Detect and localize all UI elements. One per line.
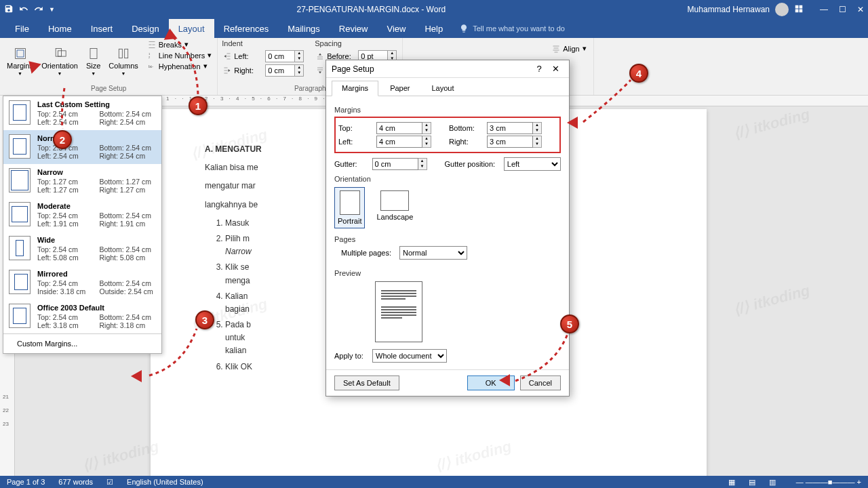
svg-text:2: 2 — [149, 56, 151, 59]
custom-margins-item[interactable]: Custom Margins... — [3, 333, 161, 353]
margin-top-input[interactable] — [376, 122, 422, 134]
tab-mailings[interactable]: Mailings — [278, 19, 330, 38]
line-numbers-button[interactable]: 12Line Numbers ▾ — [146, 50, 213, 60]
margin-icon — [9, 202, 31, 226]
close-button[interactable]: ✕ — [857, 5, 864, 14]
svg-rect-3 — [119, 49, 122, 58]
annotation-5: 5 — [560, 314, 579, 333]
user-name[interactable]: Muhammad Hernawan — [688, 5, 770, 14]
status-bar: Page 1 of 3 677 words ☑ English (United … — [0, 476, 868, 488]
margin-bottom-input[interactable] — [487, 122, 533, 134]
margin-icon — [9, 304, 31, 328]
svg-rect-4 — [125, 49, 128, 58]
window-title: 27-PENGATURAN-MARGIN.docx - Word — [55, 5, 688, 14]
margin-right-input[interactable] — [487, 136, 533, 148]
view-web-icon[interactable]: ▥ — [769, 478, 776, 487]
margin-left-input[interactable] — [376, 136, 422, 148]
apply-to-select[interactable]: Whole document — [372, 349, 447, 363]
gutter-input[interactable] — [372, 158, 418, 170]
status-page[interactable]: Page 1 of 3 — [7, 478, 45, 486]
maximize-button[interactable]: ☐ — [839, 5, 846, 14]
view-print-icon[interactable]: ▤ — [749, 478, 755, 487]
margin-preset-mirrored[interactable]: MirroredTop: 2.54 cmBottom: 2.54 cmInsid… — [3, 266, 161, 300]
dialog-tab-paper[interactable]: Paper — [380, 81, 420, 96]
orientation-button[interactable]: Orientation▼ — [39, 39, 81, 83]
redo-icon[interactable] — [34, 4, 43, 15]
gutter-position-select[interactable]: Left — [504, 157, 561, 171]
ribbon-tabs: File Home Insert Design Layout Reference… — [0, 19, 868, 38]
size-button[interactable]: Size▼ — [83, 39, 103, 83]
svg-text:bc-: bc- — [149, 64, 153, 68]
margin-inputs-highlight: Top: ▲▼ Bottom: ▲▼ Left: ▲▼ Right: ▲▼ — [334, 117, 561, 153]
hyphenation-button[interactable]: bc-Hyphenation ▾ — [146, 61, 213, 71]
tab-view[interactable]: View — [377, 19, 415, 38]
multiple-pages-select[interactable]: Normal — [399, 246, 467, 260]
svg-rect-1 — [58, 51, 66, 56]
set-default-button[interactable]: Set As Default — [334, 375, 399, 390]
align-button[interactable]: Align ▾ — [551, 43, 587, 54]
group-page-setup: Page Setup — [4, 83, 213, 94]
dialog-tab-margins[interactable]: Margins — [332, 81, 378, 96]
tab-references[interactable]: References — [214, 19, 278, 38]
tab-home[interactable]: Home — [39, 19, 81, 38]
orientation-landscape[interactable]: Landscape — [373, 187, 416, 228]
proofing-icon[interactable]: ☑ — [106, 478, 113, 487]
orientation-portrait[interactable]: Portrait — [334, 187, 365, 228]
annotation-4: 4 — [629, 64, 648, 83]
margin-preset-moderate[interactable]: ModerateTop: 2.54 cmBottom: 2.54 cmLeft:… — [3, 198, 161, 232]
user-avatar[interactable] — [775, 3, 789, 16]
svg-rect-0 — [56, 49, 61, 57]
zoom-slider[interactable]: — ———■——— + — [796, 478, 861, 486]
margin-preset-normal[interactable]: NormalTop: 2.54 cmBottom: 2.54 cmLeft: 2… — [3, 130, 161, 164]
svg-text:1: 1 — [149, 52, 151, 56]
margin-preset-narrow[interactable]: NarrowTop: 1.27 cmBottom: 1.27 cmLeft: 1… — [3, 164, 161, 198]
preview-thumbnail — [375, 281, 422, 342]
margin-icon — [9, 236, 31, 260]
tell-me-search[interactable]: Tell me what you want to do — [459, 19, 565, 38]
svg-rect-2 — [90, 49, 97, 59]
qat-customize-icon[interactable]: ▼ — [49, 6, 55, 13]
margin-icon — [9, 168, 31, 192]
arrow-head-icon — [567, 117, 578, 129]
tab-help[interactable]: Help — [415, 19, 452, 38]
status-language[interactable]: English (United States) — [127, 478, 203, 486]
arrow-head-icon — [131, 370, 142, 382]
cancel-button[interactable]: Cancel — [520, 375, 561, 390]
margin-preset-wide[interactable]: WideTop: 2.54 cmBottom: 2.54 cmLeft: 5.0… — [3, 232, 161, 266]
tab-file[interactable]: File — [5, 19, 39, 38]
margin-preset-last[interactable]: Last Custom SettingTop: 2.54 cmBottom: 2… — [3, 96, 161, 130]
save-icon[interactable] — [4, 4, 14, 15]
dialog-tab-layout[interactable]: Layout — [421, 81, 464, 96]
lightbulb-icon — [459, 24, 469, 33]
undo-icon[interactable] — [19, 4, 28, 15]
arrow-head-icon — [163, 28, 177, 40]
dialog-help-button[interactable]: ? — [531, 64, 547, 74]
breaks-button[interactable]: Breaks ▾ — [146, 39, 213, 49]
indent-left[interactable]: Left:▲▼ — [222, 49, 305, 63]
annotation-1: 1 — [189, 96, 208, 115]
ribbon-options-icon[interactable] — [794, 4, 804, 16]
margin-icon — [9, 100, 31, 125]
indent-left-input[interactable] — [265, 50, 295, 62]
indent-right[interactable]: Right:▲▼ — [222, 64, 305, 77]
dialog-title: Page Setup — [332, 64, 531, 74]
columns-button[interactable]: Columns▼ — [106, 39, 140, 83]
annotation-2: 2 — [53, 130, 72, 149]
tab-review[interactable]: Review — [330, 19, 378, 38]
tab-design[interactable]: Design — [122, 19, 168, 38]
arrow-head-icon — [499, 374, 510, 386]
status-words[interactable]: 677 words — [58, 478, 93, 486]
margin-preset-office2003[interactable]: Office 2003 DefaultTop: 2.54 cmBottom: 2… — [3, 300, 161, 333]
annotation-3: 3 — [195, 310, 214, 329]
margin-icon — [9, 270, 31, 294]
margins-dropdown: Last Custom SettingTop: 2.54 cmBottom: 2… — [3, 96, 162, 354]
minimize-button[interactable]: — — [820, 5, 828, 14]
tab-insert[interactable]: Insert — [81, 19, 123, 38]
view-read-icon[interactable]: ▦ — [728, 478, 735, 487]
margin-icon — [9, 134, 31, 159]
indent-right-input[interactable] — [265, 64, 295, 77]
title-bar: ▼ 27-PENGATURAN-MARGIN.docx - Word Muham… — [0, 0, 868, 19]
dialog-close-button[interactable]: ✕ — [547, 64, 564, 74]
page-setup-dialog: Page Setup ? ✕ Margins Paper Layout Marg… — [326, 60, 570, 396]
